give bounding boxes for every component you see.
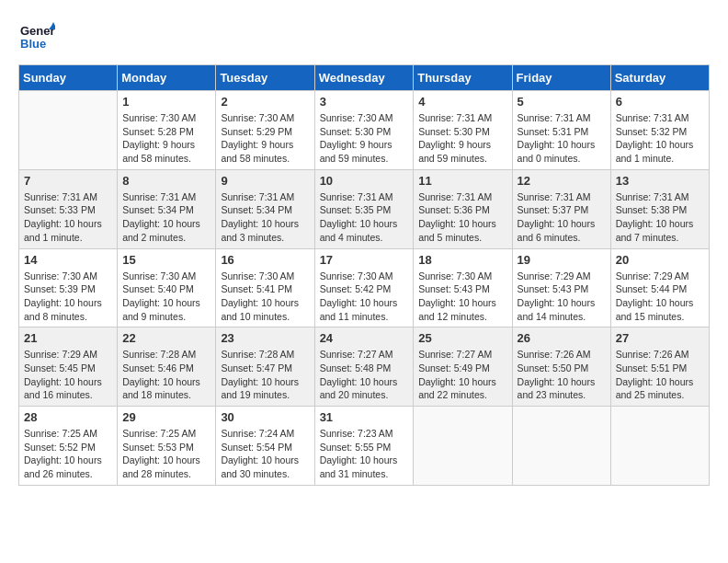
day-info: Sunrise: 7:30 AMSunset: 5:43 PMDaylight:… (418, 270, 506, 324)
col-header-monday: Monday (118, 65, 216, 91)
day-number: 8 (122, 174, 210, 188)
calendar-cell: 3Sunrise: 7:30 AMSunset: 5:30 PMDaylight… (314, 91, 414, 170)
day-info: Sunrise: 7:30 AMSunset: 5:41 PMDaylight:… (221, 270, 309, 324)
calendar-cell: 7Sunrise: 7:31 AMSunset: 5:33 PMDaylight… (19, 169, 118, 248)
calendar-cell (19, 91, 118, 170)
day-number: 5 (518, 95, 606, 109)
day-info: Sunrise: 7:31 AMSunset: 5:30 PMDaylight:… (418, 111, 506, 166)
calendar-cell (512, 407, 610, 486)
day-info: Sunrise: 7:30 AMSunset: 5:28 PMDaylight:… (122, 111, 210, 166)
day-info: Sunrise: 7:24 AMSunset: 5:54 PMDaylight:… (221, 427, 309, 481)
day-info: Sunrise: 7:31 AMSunset: 5:32 PMDaylight:… (616, 111, 704, 166)
calendar-cell: 31Sunrise: 7:23 AMSunset: 5:55 PMDayligh… (314, 407, 414, 486)
day-number: 17 (320, 253, 409, 267)
page-header: General Blue (18, 18, 710, 55)
day-info: Sunrise: 7:25 AMSunset: 5:53 PMDaylight:… (122, 427, 210, 481)
day-info: Sunrise: 7:27 AMSunset: 5:48 PMDaylight:… (320, 348, 409, 402)
calendar-cell: 1Sunrise: 7:30 AMSunset: 5:28 PMDaylight… (118, 91, 216, 170)
day-number: 18 (418, 253, 506, 267)
day-info: Sunrise: 7:31 AMSunset: 5:31 PMDaylight:… (518, 111, 606, 166)
day-info: Sunrise: 7:29 AMSunset: 5:45 PMDaylight:… (24, 348, 112, 402)
day-number: 30 (221, 410, 309, 424)
col-header-saturday: Saturday (610, 65, 709, 91)
day-info: Sunrise: 7:28 AMSunset: 5:46 PMDaylight:… (122, 348, 210, 402)
calendar-cell: 19Sunrise: 7:29 AMSunset: 5:43 PMDayligh… (512, 248, 610, 327)
calendar-cell: 12Sunrise: 7:31 AMSunset: 5:37 PMDayligh… (512, 169, 610, 248)
calendar-cell (414, 407, 512, 486)
day-number: 12 (518, 174, 606, 188)
day-info: Sunrise: 7:31 AMSunset: 5:36 PMDaylight:… (418, 190, 506, 245)
svg-text:Blue: Blue (20, 37, 46, 51)
day-info: Sunrise: 7:30 AMSunset: 5:40 PMDaylight:… (122, 270, 210, 324)
calendar-cell: 15Sunrise: 7:30 AMSunset: 5:40 PMDayligh… (118, 248, 216, 327)
calendar-week-row: 14Sunrise: 7:30 AMSunset: 5:39 PMDayligh… (19, 248, 710, 327)
calendar-cell: 9Sunrise: 7:31 AMSunset: 5:34 PMDaylight… (216, 169, 314, 248)
calendar-cell: 13Sunrise: 7:31 AMSunset: 5:38 PMDayligh… (610, 169, 709, 248)
day-number: 25 (418, 331, 506, 345)
calendar-table: SundayMondayTuesdayWednesdayThursdayFrid… (18, 64, 710, 486)
day-info: Sunrise: 7:29 AMSunset: 5:43 PMDaylight:… (518, 270, 606, 324)
day-number: 26 (518, 331, 606, 345)
calendar-cell: 25Sunrise: 7:27 AMSunset: 5:49 PMDayligh… (414, 327, 512, 407)
calendar-cell: 28Sunrise: 7:25 AMSunset: 5:52 PMDayligh… (19, 407, 118, 486)
day-number: 29 (122, 410, 210, 424)
calendar-week-row: 28Sunrise: 7:25 AMSunset: 5:52 PMDayligh… (19, 407, 710, 486)
day-info: Sunrise: 7:27 AMSunset: 5:49 PMDaylight:… (418, 348, 506, 402)
calendar-cell: 18Sunrise: 7:30 AMSunset: 5:43 PMDayligh… (414, 248, 512, 327)
day-number: 23 (221, 331, 309, 345)
day-info: Sunrise: 7:31 AMSunset: 5:34 PMDaylight:… (221, 190, 309, 245)
calendar-header-row: SundayMondayTuesdayWednesdayThursdayFrid… (19, 65, 710, 91)
calendar-week-row: 1Sunrise: 7:30 AMSunset: 5:28 PMDaylight… (19, 91, 710, 170)
day-number: 10 (320, 174, 409, 188)
day-info: Sunrise: 7:28 AMSunset: 5:47 PMDaylight:… (221, 348, 309, 402)
day-info: Sunrise: 7:30 AMSunset: 5:39 PMDaylight:… (24, 270, 112, 324)
day-number: 27 (616, 331, 704, 345)
calendar-cell: 24Sunrise: 7:27 AMSunset: 5:48 PMDayligh… (314, 327, 414, 407)
col-header-wednesday: Wednesday (314, 65, 414, 91)
day-number: 19 (518, 253, 606, 267)
col-header-thursday: Thursday (414, 65, 512, 91)
calendar-cell: 20Sunrise: 7:29 AMSunset: 5:44 PMDayligh… (610, 248, 709, 327)
calendar-cell: 26Sunrise: 7:26 AMSunset: 5:50 PMDayligh… (512, 327, 610, 407)
calendar-cell: 8Sunrise: 7:31 AMSunset: 5:34 PMDaylight… (118, 169, 216, 248)
calendar-cell: 29Sunrise: 7:25 AMSunset: 5:53 PMDayligh… (118, 407, 216, 486)
col-header-tuesday: Tuesday (216, 65, 314, 91)
day-info: Sunrise: 7:30 AMSunset: 5:30 PMDaylight:… (320, 111, 409, 166)
day-info: Sunrise: 7:23 AMSunset: 5:55 PMDaylight:… (320, 427, 409, 481)
day-number: 28 (24, 410, 112, 424)
day-number: 2 (221, 95, 309, 109)
calendar-cell: 17Sunrise: 7:30 AMSunset: 5:42 PMDayligh… (314, 248, 414, 327)
day-number: 24 (320, 331, 409, 345)
day-number: 16 (221, 253, 309, 267)
day-info: Sunrise: 7:25 AMSunset: 5:52 PMDaylight:… (24, 427, 112, 481)
calendar-cell: 27Sunrise: 7:26 AMSunset: 5:51 PMDayligh… (610, 327, 709, 407)
day-number: 15 (122, 253, 210, 267)
day-number: 6 (616, 95, 704, 109)
day-info: Sunrise: 7:29 AMSunset: 5:44 PMDaylight:… (616, 270, 704, 324)
calendar-cell: 6Sunrise: 7:31 AMSunset: 5:32 PMDaylight… (610, 91, 709, 170)
day-info: Sunrise: 7:30 AMSunset: 5:42 PMDaylight:… (320, 270, 409, 324)
day-number: 7 (24, 174, 112, 188)
calendar-cell: 14Sunrise: 7:30 AMSunset: 5:39 PMDayligh… (19, 248, 118, 327)
calendar-cell: 4Sunrise: 7:31 AMSunset: 5:30 PMDaylight… (414, 91, 512, 170)
day-info: Sunrise: 7:26 AMSunset: 5:50 PMDaylight:… (518, 348, 606, 402)
calendar-cell: 11Sunrise: 7:31 AMSunset: 5:36 PMDayligh… (414, 169, 512, 248)
day-info: Sunrise: 7:30 AMSunset: 5:29 PMDaylight:… (221, 111, 309, 166)
logo: General Blue (18, 18, 61, 55)
day-info: Sunrise: 7:31 AMSunset: 5:35 PMDaylight:… (320, 190, 409, 245)
day-number: 3 (320, 95, 409, 109)
day-number: 11 (418, 174, 506, 188)
day-info: Sunrise: 7:31 AMSunset: 5:33 PMDaylight:… (24, 190, 112, 245)
svg-text:General: General (20, 24, 55, 38)
calendar-cell: 30Sunrise: 7:24 AMSunset: 5:54 PMDayligh… (216, 407, 314, 486)
day-info: Sunrise: 7:31 AMSunset: 5:38 PMDaylight:… (616, 190, 704, 245)
day-info: Sunrise: 7:31 AMSunset: 5:34 PMDaylight:… (122, 190, 210, 245)
day-number: 22 (122, 331, 210, 345)
day-number: 20 (616, 253, 704, 267)
day-number: 14 (24, 253, 112, 267)
calendar-cell: 5Sunrise: 7:31 AMSunset: 5:31 PMDaylight… (512, 91, 610, 170)
calendar-cell (610, 407, 709, 486)
col-header-friday: Friday (512, 65, 610, 91)
day-info: Sunrise: 7:26 AMSunset: 5:51 PMDaylight:… (616, 348, 704, 402)
col-header-sunday: Sunday (19, 65, 118, 91)
